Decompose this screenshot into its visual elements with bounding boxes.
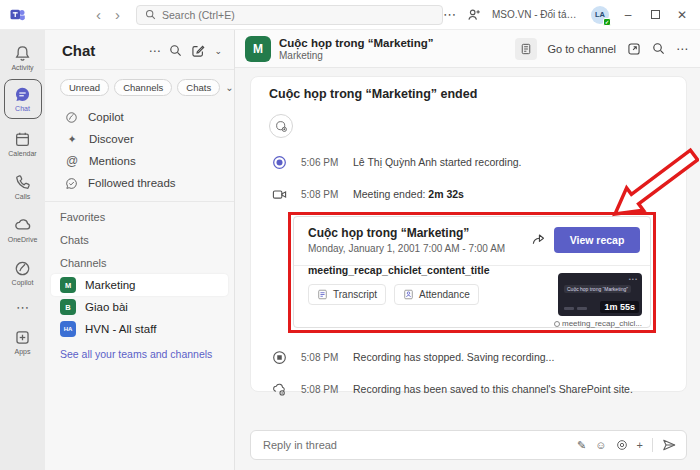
rail-label: OneDrive (8, 236, 38, 243)
channel-avatar: HA (60, 321, 76, 337)
pills-chevron-down-icon[interactable]: ⌄ (225, 82, 233, 93)
rail-more-icon[interactable]: ⋯ (16, 294, 29, 320)
go-to-channel-button[interactable]: Go to channel (548, 43, 617, 55)
transcript-button[interactable]: Transcript (308, 284, 386, 305)
chat-sidebar: Chat ⋯ ⌄ Unread Channels Chats ⌄ Copilot… (45, 30, 235, 470)
channel-row-hvn-all-staff[interactable]: HA HVN - All staff (51, 318, 228, 340)
sidebar-item-label: Copilot (88, 111, 124, 123)
sidebar-item-label: Mentions (89, 155, 136, 167)
filter-pill-channels[interactable]: Channels (114, 79, 172, 96)
message-text: Lê Thị Quỳnh Anh started recording. (353, 156, 522, 168)
meeting-options-button[interactable] (269, 114, 293, 138)
rail-item-calls[interactable]: Calls (0, 165, 45, 208)
channel-avatar: M (60, 277, 76, 293)
attendance-label: Attendance (419, 289, 470, 300)
thumbnail-caption: meeting_recap_chicl... (554, 319, 646, 328)
add-person-icon[interactable] (467, 8, 481, 22)
cloud-sync-icon (271, 382, 287, 397)
sidebar-item-followed-threads[interactable]: Followed threads (45, 172, 234, 194)
thumbnail-title: Cuộc họp trong “Marketing” (564, 285, 631, 293)
copilot-icon (14, 260, 31, 277)
open-in-new-icon[interactable] (627, 42, 641, 56)
attach-plus-icon[interactable]: + (637, 439, 643, 451)
forward-button[interactable]: › (115, 7, 120, 22)
rail-item-apps[interactable]: Apps (0, 320, 45, 363)
user-avatar[interactable]: LA ✓ (591, 6, 609, 24)
recording-thumbnail[interactable]: ••• Cuộc họp trong “Marketing” 1m 55s (558, 273, 642, 316)
section-chats[interactable]: Chats (45, 228, 234, 251)
thread-list-button[interactable] (515, 38, 537, 60)
meeting-avatar: M (245, 36, 271, 62)
rail-item-calendar[interactable]: Calendar (0, 122, 45, 165)
sidebar-more-icon[interactable]: ⋯ (148, 44, 160, 58)
sidebar-title: Chat (62, 42, 95, 59)
message-time: 5:08 PM (301, 189, 347, 200)
transcript-label: Transcript (333, 289, 377, 300)
new-chat-icon[interactable] (191, 44, 205, 58)
rail-item-copilot[interactable]: Copilot (0, 251, 45, 294)
titlebar-more-icon[interactable]: ⋯ (443, 7, 456, 22)
thread-pane: M Cuộc họp trong “Marketing” Marketing G… (235, 30, 700, 470)
divider (294, 265, 650, 266)
rail-item-onedrive[interactable]: OneDrive (0, 208, 45, 251)
sidebar-item-label: Followed threads (88, 177, 176, 189)
channel-name: Marketing (85, 279, 136, 291)
teams-logo-icon (10, 7, 26, 23)
emoji-icon[interactable]: ☺ (595, 439, 606, 451)
loop-component-icon[interactable] (616, 439, 628, 451)
thread-more-icon[interactable]: ⋯ (676, 42, 688, 56)
divider (652, 438, 653, 452)
account-label[interactable]: MSO.VN - Đối tác ... (492, 9, 580, 20)
filter-pill-chats[interactable]: Chats (177, 79, 220, 96)
video-camera-icon (271, 187, 287, 202)
thumbnail-caption-text: meeting_recap_chicl... (562, 319, 642, 328)
clock-icon (554, 321, 560, 327)
search-input[interactable] (162, 9, 434, 21)
meeting-ended-heading: Cuộc họp trong “Marketing” ended (251, 77, 686, 101)
view-recap-button[interactable]: View recap (554, 227, 640, 253)
thread-header: M Cuộc họp trong “Marketing” Marketing G… (235, 30, 700, 68)
send-icon[interactable] (662, 438, 676, 452)
back-button[interactable]: ‹ (96, 7, 101, 22)
sidebar-item-copilot[interactable]: Copilot (45, 106, 234, 128)
thumbnail-decoration (564, 307, 587, 310)
recording-duration-badge: 1m 55s (600, 301, 639, 313)
rail-label: Chat (15, 105, 30, 112)
reply-input[interactable] (263, 439, 577, 451)
meeting-duration: 2m 32s (428, 188, 464, 200)
section-favorites[interactable]: Favorites (45, 205, 234, 228)
stop-recording-icon (271, 350, 287, 365)
message-started-recording: 5:06 PM Lê Thị Quỳnh Anh started recordi… (271, 154, 686, 170)
rail-item-activity[interactable]: Activity (0, 36, 45, 79)
meeting-thread-card: Cuộc họp trong “Marketing” ended 5:06 PM… (250, 76, 687, 392)
section-channels[interactable]: Channels (45, 251, 234, 274)
sparkle-icon: ✦ (65, 133, 79, 146)
filter-pill-unread[interactable]: Unread (60, 79, 109, 96)
see-all-teams-link[interactable]: See all your teams and channels (45, 340, 234, 360)
channel-row-giao-bai[interactable]: B Giao bài (51, 296, 228, 318)
close-button[interactable]: ✕ (674, 8, 690, 22)
share-icon[interactable] (531, 232, 546, 247)
channel-name: Giao bài (85, 301, 128, 313)
global-search[interactable] (136, 5, 443, 25)
rail-item-chat[interactable]: Chat (4, 79, 42, 119)
channel-row-marketing[interactable]: M Marketing (51, 274, 228, 296)
search-icon (145, 9, 156, 20)
new-chat-chevron-icon[interactable]: ⌄ (214, 46, 222, 56)
sidebar-filter-search-icon[interactable] (169, 44, 182, 57)
thread-search-icon[interactable] (652, 42, 665, 55)
thread-title: Cuộc họp trong “Marketing” (279, 37, 434, 49)
thumbnail-menu-icon: ••• (629, 276, 638, 282)
phone-icon (14, 174, 31, 191)
copilot-icon (65, 111, 78, 124)
channel-name: HVN - All staff (85, 323, 156, 335)
history-nav: ‹ › (96, 7, 120, 22)
meeting-recap-card: Cuộc họp trong “Marketing” Monday, Janua… (293, 216, 651, 328)
message-text: Meeting ended: 2m 32s (353, 188, 464, 200)
format-icon[interactable]: ✎ (577, 439, 586, 452)
sidebar-item-discover[interactable]: ✦ Discover (45, 128, 234, 150)
attendance-button[interactable]: Attendance (394, 284, 479, 305)
minimize-button[interactable]: – (620, 8, 636, 22)
sidebar-item-mentions[interactable]: @ Mentions (45, 150, 234, 172)
maximize-button[interactable] (647, 8, 663, 22)
